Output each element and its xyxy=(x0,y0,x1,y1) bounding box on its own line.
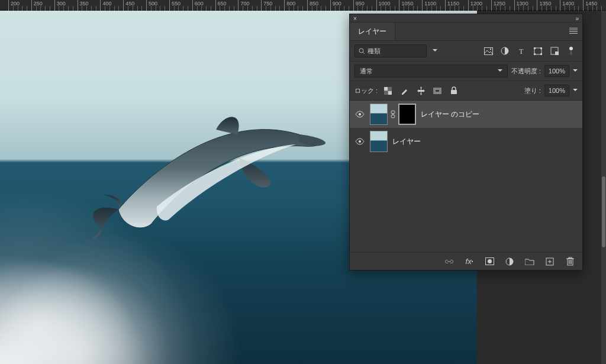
layers-list: レイヤー のコピーレイヤー xyxy=(350,101,582,252)
new-layer-icon[interactable] xyxy=(543,255,556,268)
chevron-down-icon[interactable] xyxy=(430,44,440,57)
ruler-tick: 1300 xyxy=(514,0,515,11)
search-icon xyxy=(359,48,365,54)
scrollbar-thumb[interactable] xyxy=(602,176,605,247)
type-icon[interactable]: T xyxy=(515,44,528,57)
ruler-tick: 1100 xyxy=(422,0,423,11)
horizontal-ruler: 2002503003504004505005506006507007508008… xyxy=(0,0,606,11)
ruler-tick: 550 xyxy=(169,0,170,11)
ruler-tick: 1050 xyxy=(399,0,399,11)
svg-text:T: T xyxy=(519,47,524,55)
svg-rect-16 xyxy=(388,91,392,95)
lock-artboard-icon[interactable] xyxy=(431,84,444,97)
layer-row[interactable]: レイヤー xyxy=(350,128,582,155)
layer-thumbnail[interactable] xyxy=(370,131,388,152)
layer-name[interactable]: レイヤー のコピー xyxy=(421,109,479,120)
svg-rect-7 xyxy=(534,47,536,49)
svg-rect-9 xyxy=(534,53,536,55)
chevron-down-icon xyxy=(498,67,502,75)
filter-type-label: 種類 xyxy=(368,47,381,56)
lock-all-icon[interactable] xyxy=(447,84,460,97)
blend-row: 通常 不透明度 : 100% xyxy=(350,62,582,81)
svg-rect-18 xyxy=(384,91,388,95)
fill-label: 塗り : xyxy=(524,86,541,95)
ruler-tick: 850 xyxy=(307,0,308,11)
layer-name[interactable]: レイヤー xyxy=(392,137,421,147)
vertical-scrollbar[interactable] xyxy=(601,11,606,364)
ruler-tick: 1250 xyxy=(491,0,492,11)
ruler-tick: 450 xyxy=(123,0,124,11)
collapse-icon[interactable]: » xyxy=(575,15,579,22)
lock-transparent-icon[interactable] xyxy=(381,84,394,97)
filter-row: 種類 T xyxy=(350,40,582,62)
svg-rect-12 xyxy=(555,51,559,55)
svg-rect-27 xyxy=(447,261,451,262)
lock-label: ロック : xyxy=(354,86,378,95)
mask-link-icon[interactable] xyxy=(390,110,396,118)
chevron-down-icon[interactable] xyxy=(573,67,578,75)
mask-thumbnail[interactable] xyxy=(398,104,416,125)
shape-icon[interactable] xyxy=(531,44,544,57)
dolphin xyxy=(86,88,334,242)
ruler-tick: 1000 xyxy=(376,0,377,11)
svg-rect-15 xyxy=(384,87,388,91)
filter-toggle-icon[interactable] xyxy=(565,44,578,57)
opacity-label: 不透明度 : xyxy=(511,67,541,76)
visibility-eye-icon[interactable] xyxy=(354,111,365,118)
image-icon[interactable] xyxy=(482,44,495,57)
lock-move-icon[interactable] xyxy=(414,84,427,97)
ruler-tick: 700 xyxy=(238,0,238,11)
ruler-tick: 1150 xyxy=(445,0,446,11)
blend-mode-dropdown[interactable]: 通常 xyxy=(354,65,508,78)
svg-line-1 xyxy=(363,52,365,54)
layer-thumbnails xyxy=(370,131,388,152)
svg-rect-10 xyxy=(540,53,542,55)
panel-top-strip: × » xyxy=(350,14,582,22)
ruler-tick: 1200 xyxy=(468,0,469,11)
svg-rect-8 xyxy=(540,47,542,49)
mask-icon[interactable] xyxy=(483,255,496,268)
svg-rect-21 xyxy=(451,90,457,94)
smartobject-icon[interactable] xyxy=(548,44,561,57)
link-icon[interactable] xyxy=(443,255,456,268)
ruler-tick: 950 xyxy=(353,0,354,11)
svg-point-0 xyxy=(359,49,363,53)
panel-menu-icon[interactable] xyxy=(569,28,578,34)
opacity-input[interactable]: 100% xyxy=(544,65,569,77)
ruler-tick: 900 xyxy=(330,0,331,11)
visibility-eye-icon[interactable] xyxy=(354,138,365,145)
tab-layers[interactable]: レイヤー xyxy=(350,22,395,40)
chevron-down-icon[interactable] xyxy=(573,87,578,95)
ruler-tick: 300 xyxy=(54,0,55,11)
ruler-tick: 600 xyxy=(192,0,193,11)
filter-type-dropdown[interactable]: 種類 xyxy=(354,44,427,57)
layer-row[interactable]: レイヤー のコピー xyxy=(350,101,582,128)
svg-rect-14 xyxy=(570,51,572,55)
folder-icon[interactable] xyxy=(523,255,536,268)
layer-thumbnail[interactable] xyxy=(370,104,388,125)
ruler-tick: 750 xyxy=(261,0,262,11)
ruler-tick: 500 xyxy=(146,0,147,11)
panel-tabs: レイヤー xyxy=(350,22,582,40)
svg-rect-2 xyxy=(484,47,492,54)
svg-point-13 xyxy=(569,47,573,50)
svg-point-22 xyxy=(359,113,361,115)
svg-rect-39 xyxy=(569,257,572,259)
adjustment-circle-icon[interactable] xyxy=(503,255,516,268)
svg-point-29 xyxy=(488,259,492,263)
adjustment-icon[interactable] xyxy=(498,44,511,57)
svg-rect-20 xyxy=(435,89,440,92)
close-icon[interactable]: × xyxy=(353,15,357,22)
svg-point-3 xyxy=(489,48,491,49)
lock-brush-icon[interactable] xyxy=(398,84,411,97)
ruler-tick: 650 xyxy=(215,0,216,11)
ruler-tick: 350 xyxy=(78,0,78,11)
fx-icon[interactable]: fx▪ xyxy=(463,255,476,268)
layers-panel: × » レイヤー 種類 T 通常 不透明度 : 100% ロック : xyxy=(349,14,583,270)
fill-input[interactable]: 100% xyxy=(544,85,569,96)
blend-mode-label: 通常 xyxy=(360,67,373,76)
ruler-tick: 1450 xyxy=(583,0,584,11)
svg-point-26 xyxy=(359,140,361,143)
trash-icon[interactable] xyxy=(563,255,576,268)
panel-footer: fx▪ xyxy=(350,252,582,270)
